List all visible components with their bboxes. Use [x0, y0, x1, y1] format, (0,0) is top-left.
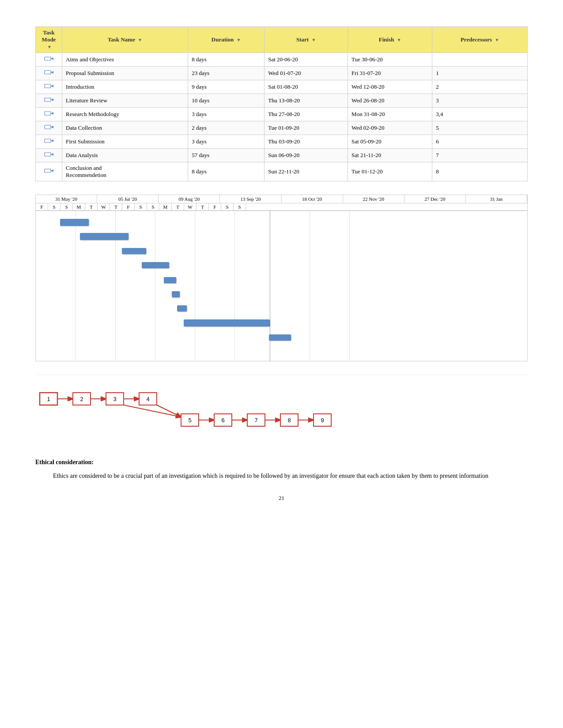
gantt-day-cell: S: [221, 203, 234, 210]
network-node-3-label: 3: [113, 396, 116, 402]
task-start: Sat 20-06-20: [264, 53, 348, 67]
arrow-4-5: [157, 405, 181, 417]
gantt-bar-4: [142, 262, 169, 268]
gantt-bar-8: [184, 319, 270, 326]
col-header-task-name[interactable]: Task Name ▼: [62, 27, 188, 53]
network-node-1-label: 1: [47, 396, 50, 402]
svg-rect-2: [45, 84, 51, 88]
col-header-predecessors[interactable]: Predecessors ▼: [432, 27, 528, 53]
table-row: Data Collection2 daysTue 01-09-20Wed 02-…: [36, 121, 528, 135]
gantt-day-cell: M: [159, 203, 172, 210]
svg-rect-1: [45, 71, 51, 74]
task-name: First Submission: [62, 135, 188, 149]
task-predecessors: [432, 53, 528, 67]
gantt-bar-5: [164, 277, 176, 283]
task-mode-icon: [36, 80, 62, 94]
gantt-date-cell: 22 Nov '20: [343, 195, 404, 203]
gantt-date-cell: 31 Jan: [466, 195, 527, 203]
svg-rect-8: [45, 169, 51, 173]
task-name: Data Analysis: [62, 149, 188, 162]
gantt-day-cell: T: [85, 203, 98, 210]
network-node-6-label: 6: [221, 417, 224, 424]
task-finish: Mon 31-08-20: [348, 108, 432, 121]
ethical-paragraph: Ethics are considered to be a crucial pa…: [35, 470, 528, 481]
table-row: Aims and Objectives8 daysSat 20-06-20Tue…: [36, 53, 528, 67]
svg-rect-5: [45, 125, 51, 129]
gantt-day-cell: S: [234, 203, 246, 210]
task-start: Wed 01-07-20: [264, 67, 348, 80]
gantt-day-cell: T: [110, 203, 122, 210]
gantt-date-cell: 05 Jul '20: [97, 195, 159, 203]
gantt-day-cell: S: [60, 203, 73, 210]
task-mode-icon: [36, 162, 62, 181]
table-row: Data Analysis57 daysSun 06-09-20Sat 21-1…: [36, 149, 528, 162]
page-number: 21: [35, 495, 528, 502]
task-predecessors: 8: [432, 162, 528, 181]
task-start: Thu 03-09-20: [264, 135, 348, 149]
task-finish: Tue 01-12-20: [348, 162, 432, 181]
grid-line-4: [195, 211, 195, 361]
gantt-table-section: Task Mode ▼ Task Name ▼ Duration ▼ Start…: [35, 26, 528, 181]
task-duration: 23 days: [188, 67, 264, 80]
gantt-day-cell: F: [36, 203, 48, 210]
svg-rect-0: [45, 57, 51, 60]
task-name: Data Collection: [62, 121, 188, 135]
gantt-bar-7: [177, 305, 187, 311]
svg-rect-4: [45, 112, 51, 115]
task-predecessors: 3: [432, 94, 528, 108]
task-duration: 3 days: [188, 135, 264, 149]
table-row: Conclusion andRecommendetion8 daysSun 22…: [36, 162, 528, 181]
task-name: Proposal Submission: [62, 67, 188, 80]
gantt-day-cell: W: [184, 203, 196, 210]
task-mode-icon: [36, 135, 62, 149]
task-finish: Wed 02-09-20: [348, 121, 432, 135]
network-node-4-label: 4: [146, 396, 149, 402]
task-name: Conclusion andRecommendetion: [62, 162, 188, 181]
gantt-date-header: 31 May '2005 Jul '2009 Aug '2013 Sep '20…: [36, 195, 527, 203]
task-mode-icon: [36, 108, 62, 121]
task-duration: 8 days: [188, 162, 264, 181]
task-name: Aims and Objectives: [62, 53, 188, 67]
table-row: First Submission3 daysThu 03-09-20Sat 05…: [36, 135, 528, 149]
gantt-day-cell: S: [147, 203, 159, 210]
gantt-bar-3: [122, 248, 146, 254]
task-finish: Sat 21-11-20: [348, 149, 432, 162]
gantt-table: Task Mode ▼ Task Name ▼ Duration ▼ Start…: [35, 26, 528, 181]
task-finish: Sat 05-09-20: [348, 135, 432, 149]
task-name: Introduction: [62, 80, 188, 94]
grid-line-1: [76, 211, 76, 361]
gantt-day-cell: T: [196, 203, 209, 210]
grid-line-5: [234, 211, 235, 361]
col-header-finish[interactable]: Finish ▼: [348, 27, 432, 53]
gantt-date-cell: 31 May '20: [36, 195, 97, 203]
col-header-start[interactable]: Start ▼: [264, 27, 348, 53]
task-duration: 10 days: [188, 94, 264, 108]
task-start: Sun 06-09-20: [264, 149, 348, 162]
task-duration: 2 days: [188, 121, 264, 135]
task-start: Sun 22-11-20: [264, 162, 348, 181]
gantt-bar-6: [172, 291, 180, 297]
ethical-title: Ethical consideration:: [35, 459, 528, 466]
network-node-8-label: 8: [287, 417, 291, 424]
gantt-bar-9: [269, 334, 291, 341]
network-node-7-label: 7: [254, 417, 257, 424]
col-header-task-mode[interactable]: Task Mode ▼: [36, 27, 62, 53]
network-svg: 1 2 3 4 5 6 7: [35, 384, 380, 432]
svg-rect-6: [45, 139, 51, 143]
grid-line-6: [310, 211, 310, 361]
task-predecessors: 7: [432, 149, 528, 162]
grid-line-3: [155, 211, 155, 361]
task-start: Tue 01-09-20: [264, 121, 348, 135]
arrow-3-5: [124, 405, 181, 417]
gantt-date-cell: 27 Dec '20: [404, 195, 466, 203]
ethical-section: Ethical consideration: Ethics are consid…: [35, 459, 528, 481]
col-header-duration[interactable]: Duration ▼: [188, 27, 264, 53]
gantt-day-subheader: FSSMTWTFSSMTWTFSS: [36, 203, 527, 211]
svg-rect-3: [45, 98, 51, 101]
task-predecessors: 1: [432, 67, 528, 80]
gantt-date-cell: 18 Oct '20: [282, 195, 343, 203]
gantt-body: [36, 211, 527, 361]
table-row: Proposal Submission23 daysWed 01-07-20Fr…: [36, 67, 528, 80]
task-predecessors: 2: [432, 80, 528, 94]
task-finish: Wed 26-08-20: [348, 94, 432, 108]
